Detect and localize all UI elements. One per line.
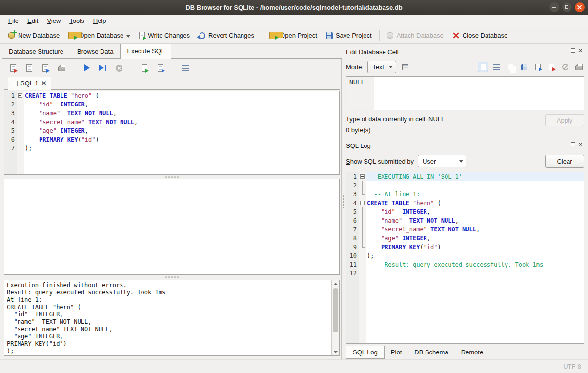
results-log-splitter[interactable] — [4, 275, 340, 279]
print-sql-button[interactable] — [55, 62, 68, 74]
import-file-icon — [535, 64, 541, 70]
import-file-button[interactable] — [532, 62, 543, 72]
code-line: 3 "name" TEXT NOT NULL, — [4, 109, 339, 118]
open-project-button[interactable]: Open Project — [265, 30, 322, 41]
float-panel-icon[interactable] — [571, 48, 575, 53]
fold-marker-icon[interactable] — [360, 201, 365, 205]
new-database-icon — [8, 32, 15, 39]
close-database-button[interactable]: Close Database — [448, 30, 512, 41]
open-sql-file-button[interactable] — [7, 62, 20, 74]
tab-remote[interactable]: Remote — [455, 346, 490, 358]
save-project-icon — [326, 32, 333, 39]
close-button[interactable] — [575, 2, 585, 12]
attach-database-button[interactable]: Attach Database — [383, 30, 448, 41]
execute-current-line-button[interactable] — [97, 62, 109, 74]
tab-plot[interactable]: Plot — [385, 346, 408, 358]
text-view-button[interactable] — [478, 62, 488, 72]
toolbar-separator — [262, 30, 262, 41]
cell-info: Type of data currently in cell: NULL 0 b… — [346, 110, 584, 138]
code-line: 3 -- At line 1: — [346, 190, 584, 199]
execution-log-scrollbar[interactable] — [331, 280, 339, 355]
format-sql-button[interactable] — [180, 62, 192, 74]
close-panel-icon[interactable]: × — [578, 142, 583, 147]
stop-button[interactable] — [113, 62, 125, 74]
open-project-icon — [269, 33, 277, 39]
fold-marker-icon[interactable] — [360, 174, 365, 179]
export-file-button[interactable] — [546, 62, 557, 72]
main-area: Database Structure Browse Data Execute S… — [0, 44, 588, 359]
sql-log-view[interactable]: 1-- EXECUTING ALL IN 'SQL 1'2 --3 -- At … — [346, 172, 584, 344]
mode-label: Mode: — [346, 63, 364, 71]
set-null-button[interactable] — [560, 62, 570, 72]
save-sql-as-button[interactable] — [39, 62, 52, 74]
open-tab-file-button[interactable] — [154, 62, 167, 74]
menu-view[interactable]: View — [42, 15, 65, 27]
tab-browse-data[interactable]: Browse Data — [70, 44, 120, 58]
scroll-up-icon[interactable] — [332, 280, 339, 287]
open-database-button[interactable]: Open Database — [64, 30, 135, 41]
clear-button[interactable]: Clear — [545, 155, 584, 168]
new-database-button[interactable]: New Database — [4, 30, 64, 41]
execution-log-text[interactable]: Execution finished without errors. Resul… — [4, 280, 331, 355]
copy-cell-button[interactable] — [505, 62, 516, 72]
menu-edit[interactable]: Edit — [23, 15, 42, 27]
new-tab-button[interactable] — [138, 62, 151, 74]
menu-tools[interactable]: Tools — [65, 15, 88, 27]
minimize-button[interactable] — [549, 2, 559, 12]
print-cell-icon — [575, 65, 583, 70]
submitted-by-combobox[interactable]: User — [418, 155, 466, 167]
results-grid[interactable] — [4, 179, 340, 275]
sql-editor[interactable]: 1CREATE TABLE "hero" (2 "id" INTEGER,3 "… — [4, 91, 340, 175]
execution-log: Execution finished without errors. Resul… — [4, 280, 340, 356]
print-cell-button[interactable] — [573, 62, 584, 72]
save-cell-button[interactable] — [519, 62, 529, 72]
write-changes-button[interactable]: Write Changes — [135, 30, 194, 41]
apply-format-button[interactable] — [400, 62, 411, 72]
float-panel-icon[interactable] — [571, 142, 575, 146]
chevron-down-icon — [389, 66, 393, 68]
close-panel-icon[interactable]: × — [578, 48, 583, 54]
window-title: DB Browser for SQLite - /home/user/code/… — [0, 4, 588, 11]
code-line: 12 — [346, 269, 584, 278]
code-line: 9 PRIMARY KEY("id") — [346, 243, 584, 251]
format-sql-icon — [182, 65, 189, 71]
open-sql-file-icon — [10, 64, 16, 72]
code-line: 2 "id" INTEGER, — [4, 100, 339, 109]
revert-changes-button[interactable]: Revert Changes — [194, 30, 259, 41]
save-project-button[interactable]: Save Project — [322, 30, 376, 41]
filter-label: Show SQL submitted by — [346, 158, 414, 165]
save-sql-as-icon — [42, 64, 48, 72]
close-tab-icon[interactable]: ✕ — [41, 81, 46, 86]
menu-file[interactable]: File — [4, 15, 23, 27]
left-panel: Database Structure Browse Data Execute S… — [0, 44, 342, 359]
sql1-tab[interactable]: SQL 1 ✕ — [8, 77, 51, 90]
maximize-button[interactable] — [562, 2, 572, 12]
scroll-down-icon[interactable] — [332, 349, 339, 355]
new-tab-icon — [142, 64, 147, 72]
editor-results-splitter[interactable] — [4, 175, 340, 179]
menu-help[interactable]: Help — [89, 15, 111, 27]
tab-sql-log[interactable]: SQL Log — [346, 346, 385, 359]
revert-changes-icon — [199, 32, 205, 39]
tab-db-schema[interactable]: DB Schema — [408, 346, 454, 358]
scrollbar-thumb[interactable] — [333, 288, 338, 332]
mode-combobox[interactable]: Text — [367, 61, 396, 73]
bottom-tabbar: SQL Log Plot DB Schema Remote — [346, 346, 584, 359]
sql-log-header: SQL Log × — [346, 140, 584, 151]
fold-marker-icon[interactable] — [18, 93, 22, 98]
chevron-down-icon — [459, 160, 463, 163]
sql-file-icon — [13, 81, 18, 86]
window-controls — [549, 2, 585, 12]
execute-all-button[interactable] — [81, 62, 93, 74]
tab-execute-sql[interactable]: Execute SQL — [120, 44, 171, 59]
tab-database-structure[interactable]: Database Structure — [2, 44, 70, 58]
word-wrap-button[interactable] — [491, 62, 502, 72]
apply-button[interactable]: Apply — [545, 114, 584, 126]
save-sql-file-button[interactable] — [23, 62, 36, 74]
export-file-icon — [549, 64, 554, 70]
cell-size-text: 0 byte(s) — [346, 126, 584, 134]
open-database-dropdown-icon[interactable] — [126, 35, 130, 38]
main-splitter[interactable] — [342, 44, 345, 359]
cell-editor[interactable]: NULL — [346, 76, 584, 110]
code-line: 2 -- — [346, 181, 584, 190]
